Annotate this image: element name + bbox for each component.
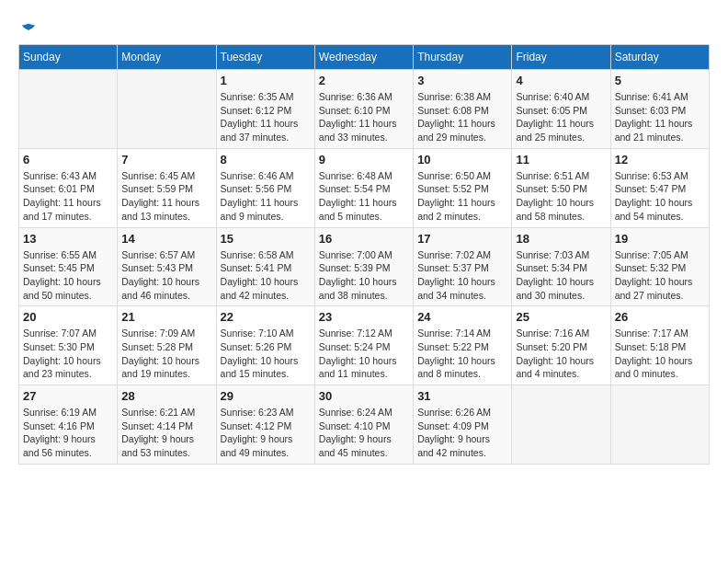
day-info: Sunrise: 7:16 AM Sunset: 5:20 PM Dayligh… bbox=[516, 327, 606, 381]
day-number: 14 bbox=[121, 232, 211, 246]
day-info: Sunrise: 6:43 AM Sunset: 6:01 PM Dayligh… bbox=[23, 169, 113, 224]
calendar-cell: 5Sunrise: 6:41 AM Sunset: 6:03 PM Daylig… bbox=[610, 70, 709, 149]
day-number: 22 bbox=[221, 310, 311, 324]
calendar-week-row: 1Sunrise: 6:35 AM Sunset: 6:12 PM Daylig… bbox=[19, 70, 710, 149]
calendar-cell: 3Sunrise: 6:38 AM Sunset: 6:08 PM Daylig… bbox=[414, 70, 512, 149]
calendar-cell: 25Sunrise: 7:16 AM Sunset: 5:20 PM Dayli… bbox=[512, 306, 610, 385]
day-number: 3 bbox=[417, 74, 507, 87]
calendar-cell: 21Sunrise: 7:09 AM Sunset: 5:28 PM Dayli… bbox=[118, 306, 216, 385]
day-info: Sunrise: 6:53 AM Sunset: 5:47 PM Dayligh… bbox=[615, 169, 705, 224]
day-info: Sunrise: 7:10 AM Sunset: 5:26 PM Dayligh… bbox=[221, 327, 311, 381]
day-number: 5 bbox=[615, 74, 705, 87]
day-number: 4 bbox=[516, 74, 606, 87]
calendar-header-row: SundayMondayTuesdayWednesdayThursdayFrid… bbox=[19, 45, 710, 70]
day-number: 19 bbox=[615, 232, 705, 246]
calendar-cell bbox=[512, 385, 610, 465]
day-number: 8 bbox=[221, 153, 311, 167]
calendar-cell bbox=[19, 70, 118, 149]
calendar-cell: 30Sunrise: 6:24 AM Sunset: 4:10 PM Dayli… bbox=[314, 385, 413, 465]
calendar-cell: 20Sunrise: 7:07 AM Sunset: 5:30 PM Dayli… bbox=[19, 306, 118, 385]
day-number: 6 bbox=[23, 153, 113, 167]
day-info: Sunrise: 7:09 AM Sunset: 5:28 PM Dayligh… bbox=[121, 327, 211, 381]
calendar-cell: 4Sunrise: 6:40 AM Sunset: 6:05 PM Daylig… bbox=[512, 70, 610, 149]
day-info: Sunrise: 7:12 AM Sunset: 5:24 PM Dayligh… bbox=[319, 327, 409, 381]
day-info: Sunrise: 6:23 AM Sunset: 4:12 PM Dayligh… bbox=[221, 406, 311, 460]
calendar-cell: 19Sunrise: 7:05 AM Sunset: 5:32 PM Dayli… bbox=[610, 227, 709, 306]
day-info: Sunrise: 6:46 AM Sunset: 5:56 PM Dayligh… bbox=[221, 169, 311, 224]
day-info: Sunrise: 6:57 AM Sunset: 5:43 PM Dayligh… bbox=[121, 248, 211, 303]
day-info: Sunrise: 6:26 AM Sunset: 4:09 PM Dayligh… bbox=[417, 406, 507, 460]
day-info: Sunrise: 6:55 AM Sunset: 5:45 PM Dayligh… bbox=[23, 248, 113, 303]
column-header-thursday: Thursday bbox=[414, 45, 512, 70]
day-info: Sunrise: 7:02 AM Sunset: 5:37 PM Dayligh… bbox=[417, 248, 507, 303]
logo-bird-icon bbox=[20, 22, 37, 39]
day-number: 16 bbox=[319, 232, 409, 246]
day-number: 13 bbox=[23, 232, 113, 246]
day-info: Sunrise: 6:19 AM Sunset: 4:16 PM Dayligh… bbox=[23, 406, 113, 460]
day-number: 30 bbox=[319, 389, 409, 403]
calendar-cell: 18Sunrise: 7:03 AM Sunset: 5:34 PM Dayli… bbox=[512, 227, 610, 306]
calendar-cell: 12Sunrise: 6:53 AM Sunset: 5:47 PM Dayli… bbox=[610, 148, 709, 227]
day-number: 21 bbox=[121, 310, 211, 324]
day-number: 15 bbox=[221, 232, 311, 246]
calendar-cell: 10Sunrise: 6:50 AM Sunset: 5:52 PM Dayli… bbox=[414, 148, 512, 227]
day-info: Sunrise: 6:48 AM Sunset: 5:54 PM Dayligh… bbox=[319, 169, 409, 224]
calendar-cell: 9Sunrise: 6:48 AM Sunset: 5:54 PM Daylig… bbox=[314, 148, 413, 227]
calendar-week-row: 6Sunrise: 6:43 AM Sunset: 6:01 PM Daylig… bbox=[19, 148, 710, 227]
day-number: 7 bbox=[121, 153, 211, 167]
day-info: Sunrise: 6:21 AM Sunset: 4:14 PM Dayligh… bbox=[121, 406, 211, 460]
day-number: 31 bbox=[417, 389, 507, 403]
day-info: Sunrise: 7:17 AM Sunset: 5:18 PM Dayligh… bbox=[615, 327, 705, 381]
day-number: 24 bbox=[417, 310, 507, 324]
day-info: Sunrise: 7:14 AM Sunset: 5:22 PM Dayligh… bbox=[417, 327, 507, 381]
column-header-saturday: Saturday bbox=[610, 45, 709, 70]
calendar-cell: 28Sunrise: 6:21 AM Sunset: 4:14 PM Dayli… bbox=[118, 385, 216, 465]
day-info: Sunrise: 6:24 AM Sunset: 4:10 PM Dayligh… bbox=[319, 406, 409, 460]
calendar-cell: 31Sunrise: 6:26 AM Sunset: 4:09 PM Dayli… bbox=[414, 385, 512, 465]
calendar-cell: 15Sunrise: 6:58 AM Sunset: 5:41 PM Dayli… bbox=[216, 227, 314, 306]
calendar-week-row: 13Sunrise: 6:55 AM Sunset: 5:45 PM Dayli… bbox=[19, 227, 710, 306]
day-info: Sunrise: 7:00 AM Sunset: 5:39 PM Dayligh… bbox=[319, 248, 409, 303]
day-info: Sunrise: 6:41 AM Sunset: 6:03 PM Dayligh… bbox=[615, 90, 705, 144]
calendar-cell: 29Sunrise: 6:23 AM Sunset: 4:12 PM Dayli… bbox=[216, 385, 314, 465]
column-header-friday: Friday bbox=[512, 45, 610, 70]
column-header-wednesday: Wednesday bbox=[314, 45, 413, 70]
day-number: 2 bbox=[319, 74, 409, 87]
page-header bbox=[18, 18, 710, 35]
day-number: 18 bbox=[516, 232, 606, 246]
day-info: Sunrise: 6:35 AM Sunset: 6:12 PM Dayligh… bbox=[221, 90, 311, 144]
column-header-sunday: Sunday bbox=[19, 45, 118, 70]
calendar-cell: 11Sunrise: 6:51 AM Sunset: 5:50 PM Dayli… bbox=[512, 148, 610, 227]
calendar-week-row: 27Sunrise: 6:19 AM Sunset: 4:16 PM Dayli… bbox=[19, 385, 710, 465]
logo bbox=[18, 18, 37, 35]
calendar-cell: 22Sunrise: 7:10 AM Sunset: 5:26 PM Dayli… bbox=[216, 306, 314, 385]
day-number: 12 bbox=[615, 153, 705, 167]
calendar-cell: 16Sunrise: 7:00 AM Sunset: 5:39 PM Dayli… bbox=[314, 227, 413, 306]
day-number: 23 bbox=[319, 310, 409, 324]
calendar-cell: 23Sunrise: 7:12 AM Sunset: 5:24 PM Dayli… bbox=[314, 306, 413, 385]
day-number: 11 bbox=[516, 153, 606, 167]
calendar-cell: 7Sunrise: 6:45 AM Sunset: 5:59 PM Daylig… bbox=[118, 148, 216, 227]
calendar-cell: 24Sunrise: 7:14 AM Sunset: 5:22 PM Dayli… bbox=[414, 306, 512, 385]
day-number: 27 bbox=[23, 389, 113, 403]
day-number: 26 bbox=[615, 310, 705, 324]
day-number: 29 bbox=[221, 389, 311, 403]
day-info: Sunrise: 6:51 AM Sunset: 5:50 PM Dayligh… bbox=[516, 169, 606, 224]
calendar-cell: 1Sunrise: 6:35 AM Sunset: 6:12 PM Daylig… bbox=[216, 70, 314, 149]
day-info: Sunrise: 7:03 AM Sunset: 5:34 PM Dayligh… bbox=[516, 248, 606, 303]
calendar-cell: 2Sunrise: 6:36 AM Sunset: 6:10 PM Daylig… bbox=[314, 70, 413, 149]
column-header-monday: Monday bbox=[118, 45, 216, 70]
day-info: Sunrise: 6:38 AM Sunset: 6:08 PM Dayligh… bbox=[417, 90, 507, 144]
calendar-cell: 14Sunrise: 6:57 AM Sunset: 5:43 PM Dayli… bbox=[118, 227, 216, 306]
day-number: 1 bbox=[221, 74, 311, 87]
day-number: 10 bbox=[417, 153, 507, 167]
day-number: 17 bbox=[417, 232, 507, 246]
day-info: Sunrise: 7:07 AM Sunset: 5:30 PM Dayligh… bbox=[23, 327, 113, 381]
calendar-cell: 26Sunrise: 7:17 AM Sunset: 5:18 PM Dayli… bbox=[610, 306, 709, 385]
day-info: Sunrise: 6:58 AM Sunset: 5:41 PM Dayligh… bbox=[221, 248, 311, 303]
day-number: 20 bbox=[23, 310, 113, 324]
calendar-cell: 27Sunrise: 6:19 AM Sunset: 4:16 PM Dayli… bbox=[19, 385, 118, 465]
calendar-table: SundayMondayTuesdayWednesdayThursdayFrid… bbox=[18, 44, 710, 465]
calendar-week-row: 20Sunrise: 7:07 AM Sunset: 5:30 PM Dayli… bbox=[19, 306, 710, 385]
calendar-cell bbox=[610, 385, 709, 465]
